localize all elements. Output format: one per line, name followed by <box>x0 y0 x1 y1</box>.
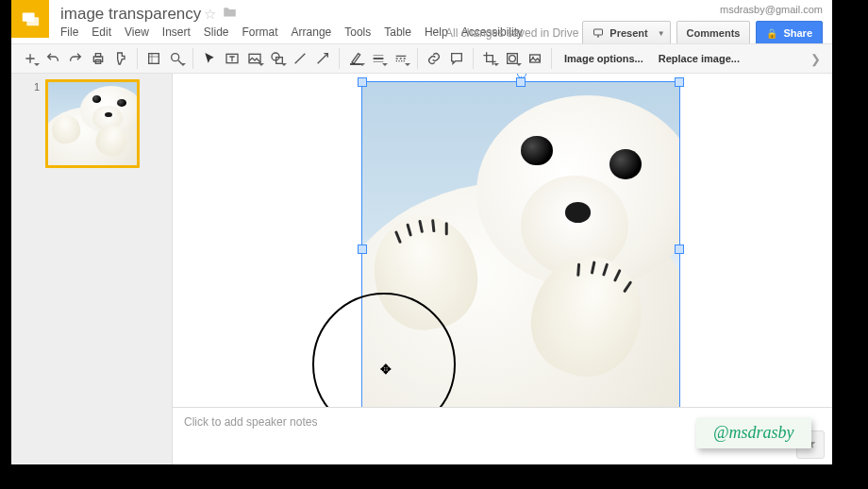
star-icon[interactable]: ☆ <box>204 6 216 23</box>
reset-image-button[interactable] <box>524 47 546 70</box>
slide-thumbnail-1[interactable] <box>45 79 140 168</box>
comments-button[interactable]: Comments <box>676 21 751 45</box>
border-weight-button[interactable] <box>367 47 390 70</box>
present-label: Present <box>609 27 647 39</box>
slide-number: 1 <box>11 79 45 168</box>
menu-format[interactable]: Format <box>242 25 278 39</box>
resize-handle-tm[interactable] <box>516 77 526 87</box>
resize-handle-tl[interactable] <box>358 77 367 87</box>
svg-rect-4 <box>95 54 100 57</box>
menu-slide[interactable]: Slide <box>204 25 229 39</box>
speaker-notes-placeholder: Click to add speaker notes <box>184 415 317 429</box>
slide-panel: 1 <box>11 74 173 464</box>
resize-handle-lm[interactable] <box>358 244 367 254</box>
svg-rect-12 <box>350 63 361 64</box>
print-button[interactable] <box>87 47 109 70</box>
menu-tools[interactable]: Tools <box>344 25 371 39</box>
svg-point-14 <box>509 56 516 62</box>
svg-point-7 <box>172 54 179 61</box>
menu-view[interactable]: View <box>125 25 149 39</box>
menu-insert[interactable]: Insert <box>162 25 191 39</box>
new-slide-button[interactable] <box>19 47 42 70</box>
svg-rect-1 <box>26 17 39 25</box>
menu-edit[interactable]: Edit <box>92 25 111 39</box>
menu-table[interactable]: Table <box>384 25 411 39</box>
redo-button[interactable] <box>64 47 87 70</box>
doc-title[interactable]: image transparency <box>60 5 201 24</box>
menu-arrange[interactable]: Arrange <box>292 25 332 39</box>
caret-down-icon: ▼ <box>658 29 665 38</box>
arrow-tool[interactable] <box>311 47 334 70</box>
svg-rect-6 <box>149 54 159 64</box>
image-options-button[interactable]: Image options... <box>557 47 651 70</box>
account-email[interactable]: msdrasby@gmail.com <box>720 4 823 15</box>
crop-button[interactable] <box>478 47 501 70</box>
toolbar: Image options... Replace image... ❯ <box>11 43 832 74</box>
replace-image-button[interactable]: Replace image... <box>651 47 747 70</box>
selected-image[interactable] <box>361 81 680 417</box>
folder-icon[interactable] <box>223 6 237 21</box>
select-tool[interactable] <box>198 47 221 70</box>
undo-button[interactable] <box>42 47 64 70</box>
comments-label: Comments <box>687 27 741 39</box>
border-dash-button[interactable] <box>390 47 412 70</box>
line-tool[interactable] <box>289 47 311 70</box>
seal-image <box>362 82 679 416</box>
lock-icon: 🔒 <box>766 28 777 39</box>
image-tool[interactable] <box>243 47 266 70</box>
author-badge: @msdrasby <box>696 417 811 448</box>
current-slide[interactable]: ✥ <box>173 74 832 424</box>
svg-rect-15 <box>530 55 541 62</box>
textbox-tool[interactable] <box>221 47 243 70</box>
zoom-button[interactable] <box>165 47 188 70</box>
save-status: All changes saved in Drive <box>445 26 578 40</box>
svg-rect-2 <box>594 29 603 35</box>
resize-handle-rm[interactable] <box>675 244 684 254</box>
border-color-button[interactable] <box>344 47 367 70</box>
app-logo[interactable] <box>11 0 49 38</box>
present-button[interactable]: Present ▼ <box>582 21 670 45</box>
zoom-to-fit-button[interactable] <box>142 47 165 70</box>
share-label: Share <box>783 27 812 39</box>
link-button[interactable] <box>423 47 445 70</box>
slide-canvas[interactable]: ✥ Click to add speaker notes <box>173 74 832 464</box>
menu-file[interactable]: File <box>60 25 78 39</box>
menu-help[interactable]: Help <box>425 25 448 39</box>
comment-button[interactable] <box>445 47 468 70</box>
toolbar-collapse-icon[interactable]: ❯ <box>810 52 821 66</box>
paint-format-button[interactable] <box>109 47 132 70</box>
mask-button[interactable] <box>501 47 524 70</box>
resize-handle-tr[interactable] <box>675 77 684 87</box>
share-button[interactable]: 🔒 Share <box>756 21 823 45</box>
shape-tool[interactable] <box>266 47 289 70</box>
